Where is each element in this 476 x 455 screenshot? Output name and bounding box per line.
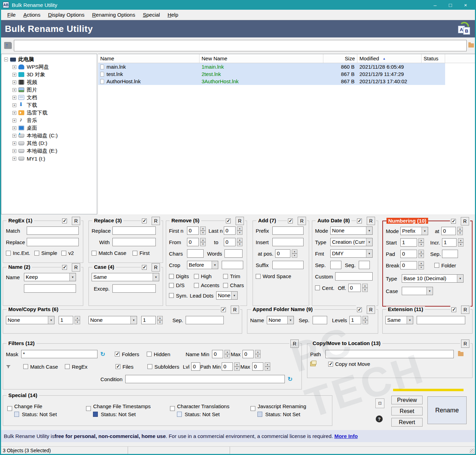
numbering-reset-button[interactable]: R — [461, 217, 469, 225]
movecopy-count2-input[interactable]: 1 — [141, 316, 156, 324]
refresh-icon[interactable]: ↻ — [288, 376, 292, 383]
copymove-path-input[interactable] — [325, 350, 454, 358]
crop-mode-select[interactable]: Before▼ — [187, 261, 218, 269]
close-button[interactable]: × — [458, 2, 473, 8]
column-header-status[interactable]: Status — [422, 54, 445, 63]
tree-item-root[interactable]: − 此电脑 — [1, 55, 97, 63]
movecopy-part2-select[interactable]: None▼ — [88, 316, 137, 324]
to-input[interactable]: 0 — [224, 238, 236, 246]
change-timestamps-checkbox[interactable] — [86, 406, 91, 411]
replace-enable-checkbox[interactable] — [142, 218, 147, 223]
add-reset-button[interactable]: R — [298, 217, 306, 225]
menu-actions[interactable]: Actions — [19, 10, 44, 19]
filters-match-case-checkbox[interactable]: Match Case — [23, 364, 65, 370]
maximize-button[interactable]: □ — [443, 2, 458, 8]
autodate-sep-input[interactable] — [330, 261, 341, 269]
to-spinner[interactable]: ▲▼ — [237, 238, 243, 246]
table-row[interactable]: main.lnk 1main.lnk 860 B 2021/11/28 6:05… — [98, 63, 476, 70]
menu-file[interactable]: File — [3, 10, 19, 19]
start-spinner[interactable]: ▲▼ — [418, 238, 424, 247]
first-n-spinner[interactable]: ▲▼ — [200, 226, 206, 235]
movecopy-count2-spinner[interactable]: ▲▼ — [157, 316, 163, 324]
tree-item-disk-d[interactable]: +其他 (D:) — [1, 139, 97, 147]
movecopy-count1-input[interactable]: 1 — [59, 316, 73, 324]
tree-item-wps[interactable]: +WPS网盘 — [1, 63, 97, 71]
extension-value-input[interactable] — [417, 316, 465, 324]
movecopy-part1-select[interactable]: None▼ — [6, 316, 54, 324]
name-max-spinner[interactable]: ▲▼ — [255, 350, 261, 358]
path-max-input[interactable]: 0 — [252, 362, 263, 371]
menu-help[interactable]: Help — [164, 10, 182, 19]
column-header-modified[interactable]: Modified▲ — [357, 54, 422, 63]
refresh-icon[interactable]: ↻ — [100, 351, 105, 358]
off-input[interactable]: 0 — [348, 284, 361, 292]
name-enable-checkbox[interactable] — [62, 265, 67, 270]
excep-input[interactable] — [112, 284, 156, 293]
last-n-input[interactable]: 0 — [224, 226, 236, 235]
remove-reset-button[interactable]: R — [236, 217, 244, 225]
sym-checkbox[interactable]: Sym. — [169, 293, 190, 299]
from-spinner[interactable]: ▲▼ — [200, 238, 206, 246]
add-enable-checkbox[interactable] — [288, 218, 293, 223]
column-header-size[interactable]: Size — [323, 54, 357, 63]
autodate-seg-input[interactable] — [359, 261, 370, 269]
pad-spinner[interactable]: ▲▼ — [418, 250, 424, 258]
autodate-fmt-select[interactable]: DMY▼ — [330, 249, 373, 258]
expand-expander-icon[interactable]: + — [12, 65, 16, 69]
tree-item-downloads[interactable]: +下载 — [1, 101, 97, 109]
table-row[interactable]: AuthorHost.lnk 3AuthorHost.lnk 867 B 202… — [98, 78, 476, 85]
character-translations-checkbox[interactable] — [170, 406, 175, 411]
v2-checkbox[interactable]: v2 — [61, 250, 74, 256]
mask-input[interactable]: * — [21, 350, 97, 358]
menu-special[interactable]: Special — [139, 10, 164, 19]
off-spinner[interactable]: ▲▼ — [362, 284, 368, 292]
insert-input[interactable] — [272, 238, 304, 246]
path-input[interactable] — [14, 40, 467, 51]
regex-replace-input[interactable] — [27, 238, 79, 246]
extension-enable-checkbox[interactable] — [451, 307, 456, 312]
expand-toggle-button[interactable]: ⊡ — [375, 398, 384, 408]
from-input[interactable]: 0 — [187, 238, 199, 246]
tree-item-thunder[interactable]: +迅雷下载 — [1, 109, 97, 117]
first-n-input[interactable]: 0 — [187, 226, 199, 235]
change-file-checkbox[interactable] — [7, 406, 12, 411]
with-input[interactable] — [112, 238, 156, 246]
regex-reset-button[interactable]: R — [72, 217, 80, 225]
autodate-type-select[interactable]: Creation (Curr▼ — [330, 238, 373, 246]
case-enable-checkbox[interactable] — [142, 265, 147, 270]
numbering-sep-input[interactable] — [442, 250, 458, 258]
filters-reset-button[interactable]: R — [290, 340, 299, 348]
crop-value-input[interactable] — [222, 261, 243, 269]
replace-input[interactable] — [112, 226, 156, 235]
append-name-select[interactable]: None▼ — [267, 316, 294, 324]
more-info-link[interactable]: More Info — [334, 433, 358, 439]
path-min-input[interactable]: 0 — [222, 362, 233, 371]
regex-enable-checkbox[interactable] — [62, 218, 67, 223]
inc-ext-checkbox[interactable]: Inc.Ext. — [6, 250, 30, 256]
name-min-spinner[interactable]: ▲▼ — [224, 350, 230, 358]
suffix-input[interactable] — [272, 261, 304, 269]
browse-folder-button[interactable] — [468, 41, 475, 50]
name-min-input[interactable]: 0 — [212, 350, 223, 358]
numbering-case-select[interactable]: ▼ — [402, 287, 433, 295]
path-max-spinner[interactable]: ▲▼ — [265, 362, 270, 371]
name-max-input[interactable]: 0 — [243, 350, 254, 358]
numbering-mode-select[interactable]: Prefix▼ — [400, 227, 428, 235]
reset-button[interactable]: Reset — [391, 407, 423, 415]
menu-renaming-options[interactable]: Renaming Options — [88, 10, 139, 19]
copymove-reset-button[interactable]: R — [461, 340, 469, 348]
break-input[interactable]: 0 — [400, 261, 417, 269]
digits-checkbox[interactable]: Digits — [169, 273, 194, 279]
minimize-button[interactable]: – — [427, 2, 443, 8]
hidden-checkbox[interactable]: Hidden — [147, 351, 185, 357]
chars-checkbox[interactable]: Chars — [223, 282, 244, 288]
trim-checkbox[interactable]: Trim — [223, 273, 240, 279]
break-spinner[interactable]: ▲▼ — [418, 261, 424, 269]
name-mode-select[interactable]: Keep▼ — [24, 273, 76, 281]
autodate-mode-select[interactable]: None▼ — [330, 226, 373, 235]
cent-checkbox[interactable]: Cent. — [315, 285, 334, 291]
numbering-at-input[interactable]: 0 — [441, 227, 456, 235]
autodate-reset-button[interactable]: R — [367, 217, 375, 225]
levels-input[interactable]: 1 — [349, 316, 361, 324]
files-checkbox[interactable]: Files — [116, 364, 147, 370]
